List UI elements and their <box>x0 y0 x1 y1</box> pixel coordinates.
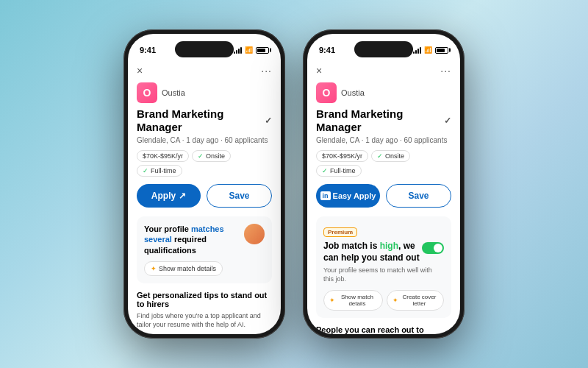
dynamic-island-1 <box>175 41 234 57</box>
job-match-subtitle-2: Your profile seems to match well with th… <box>323 266 444 283</box>
show-match-details-1[interactable]: ✦ Show match details <box>144 261 223 276</box>
job-meta-1: Glendale, CA · 1 day ago · 60 applicants <box>137 136 272 144</box>
external-link-icon-1: ↗ <box>179 191 186 201</box>
job-meta-2: Glendale, CA · 1 day ago · 60 applicants <box>316 136 451 144</box>
show-match-details-2[interactable]: ✦ Show match details <box>323 290 383 311</box>
tag-salary-2: $70K-$95K/yr <box>316 150 368 162</box>
premium-card-2: Premium Job match is high, we can help y… <box>316 216 451 318</box>
phone-2: 9:41 📶 × ··· O Ous <box>303 29 465 339</box>
tag-fulltime-1: ✓ Full-time <box>137 165 182 177</box>
wifi-icon-2: 📶 <box>424 46 432 54</box>
save-button-2[interactable]: Save <box>386 184 451 208</box>
personalized-text-1: Find jobs where you're a top applicant a… <box>137 311 272 330</box>
buttons-row-2: in Easy Apply Save <box>316 184 451 208</box>
tags-row-2: $70K-$95K/yr ✓ Onsite ✓ Full-time <box>316 150 451 177</box>
job-title-1: Brand Marketing Manager ✓ <box>137 107 272 134</box>
status-icons-2: 📶 <box>413 46 448 54</box>
battery-icon-1 <box>256 47 269 54</box>
high-text-2: high <box>380 241 398 251</box>
people-section-title-2: People you can reach out to <box>316 325 451 334</box>
signal-bars-2 <box>413 47 421 54</box>
more-button-1[interactable]: ··· <box>261 65 272 77</box>
signal-bars-1 <box>234 47 242 54</box>
li-icon-2: in <box>320 191 331 200</box>
star-icon-2: ✦ <box>329 297 335 304</box>
personalized-title-1: Get personalized tips to stand out to hi… <box>137 291 272 308</box>
match-card-1: Your profile matches several required qu… <box>137 216 272 283</box>
star-icon-3: ✦ <box>392 297 398 304</box>
job-match-row-2: Job match is high, we can help you stand… <box>323 241 444 263</box>
phone-1: 9:41 📶 × ··· O Ous <box>123 29 285 339</box>
tag-fulltime-2: ✓ Full-time <box>316 165 362 177</box>
tag-onsite-1: ✓ Onsite <box>192 150 231 162</box>
star-icon-1: ✦ <box>151 265 157 272</box>
status-time-1: 9:41 <box>140 46 156 54</box>
status-time-2: 9:41 <box>319 46 335 54</box>
personalized-section-1: Get personalized tips to stand out to hi… <box>137 291 272 334</box>
easy-apply-button-2[interactable]: in Easy Apply <box>316 184 380 208</box>
premium-badge-2: Premium <box>323 227 357 237</box>
close-button-1[interactable]: × <box>137 65 143 77</box>
company-row-1: O Oustia <box>137 82 272 103</box>
verified-icon-1: ✓ <box>265 116 272 126</box>
verified-icon-2: ✓ <box>444 116 451 126</box>
tag-salary-1: $70K-$95K/yr <box>137 150 189 162</box>
avatar-1 <box>244 224 265 244</box>
tag-onsite-2: ✓ Onsite <box>371 150 410 162</box>
job-title-2: Brand Marketing Manager ✓ <box>316 107 451 134</box>
company-logo-2: O <box>316 82 337 103</box>
phones-container: 9:41 📶 × ··· O Ous <box>123 29 465 339</box>
company-name-1: Oustia <box>162 88 185 97</box>
top-nav-1: × ··· <box>137 62 272 82</box>
toggle-switch-2[interactable] <box>422 242 444 254</box>
save-button-1[interactable]: Save <box>207 184 272 208</box>
battery-icon-2 <box>435 47 448 54</box>
buttons-row-1: Apply ↗ Save <box>137 184 272 208</box>
status-icons-1: 📶 <box>234 46 269 54</box>
dynamic-island-2 <box>354 41 413 57</box>
tags-row-1: $70K-$95K/yr ✓ Onsite ✓ Full-time <box>137 150 272 177</box>
create-cover-letter-2[interactable]: ✦ Create cover letter <box>387 290 444 311</box>
company-row-2: O Oustia <box>316 82 451 103</box>
company-logo-1: O <box>137 82 157 103</box>
close-button-2[interactable]: × <box>316 65 322 77</box>
job-match-text-2: Job match is high, we can help you stand… <box>323 241 422 263</box>
more-button-2[interactable]: ··· <box>440 65 451 77</box>
action-buttons-row-2: ✦ Show match details ✦ Create cover lett… <box>323 290 444 311</box>
top-nav-2: × ··· <box>316 62 451 82</box>
apply-button-1[interactable]: Apply ↗ <box>137 184 201 208</box>
match-title-1: Your profile matches several required qu… <box>144 224 265 255</box>
wifi-icon-1: 📶 <box>245 46 253 54</box>
company-name-2: Oustia <box>341 88 365 97</box>
match-prefix: Your profile <box>144 224 191 233</box>
